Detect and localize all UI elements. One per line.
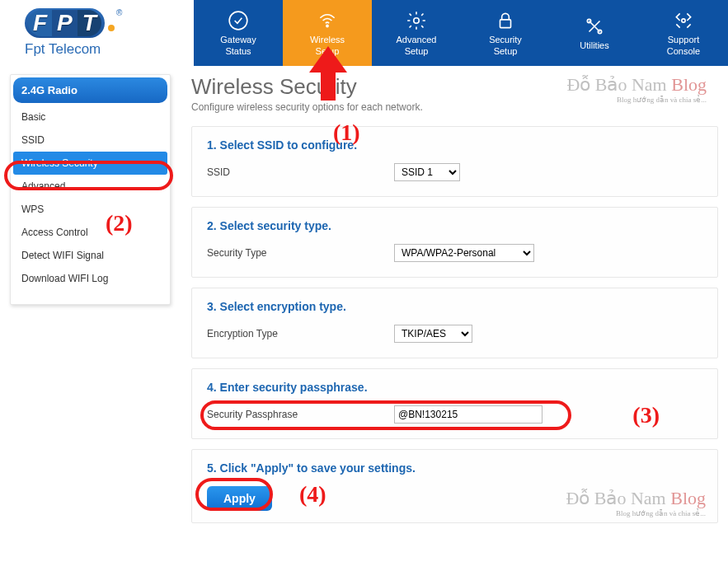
svg-point-0 [229,12,247,30]
logo-letter-t: T [77,10,101,36]
logo-letter-f: F [28,10,52,36]
sidebar: 2.4G Radio Basic SSID Wireless Security … [10,74,171,305]
sidebar-item-advanced[interactable]: Advanced [13,175,167,198]
page-subtitle: Configure wireless security options for … [191,101,718,113]
svg-rect-3 [500,20,511,28]
nav-support-console[interactable]: SupportConsole [639,0,728,66]
label-ssid: SSID [207,166,384,178]
sidebar-header: 2.4G Radio [13,77,167,103]
panel-passphrase: 4. Enter security passphrase. Security P… [191,368,718,439]
panel-security-type: 2. Select security type. Security Type W… [191,207,718,278]
sidebar-item-detect-wifi[interactable]: Detect WIFI Signal [13,244,167,267]
logo-dot-icon [108,25,115,31]
security-type-select[interactable]: WPA/WPA2-Personal [394,244,534,262]
nav-security-setup[interactable]: SecuritySetup [461,0,550,66]
annotation-num-4: (4) [299,481,326,508]
nav-advanced-setup[interactable]: AdvancedSetup [372,0,461,66]
check-circle-icon [227,9,250,32]
panel-apply: 5. Click "Apply" to save your settings. … [191,449,718,523]
panel-title-4: 4. Enter security passphrase. [207,381,702,394]
header: F P T ® Fpt Telecom GatewayStatus Wirele… [0,0,728,66]
panel-encryption: 3. Select encryption type. Encryption Ty… [191,288,718,358]
sidebar-item-download-log[interactable]: Download WIFI Log [13,267,167,290]
body: 2.4G Radio Basic SSID Wireless Security … [0,66,728,541]
top-nav: GatewayStatus WirelessSetup AdvancedSetu… [194,0,728,66]
nav-gateway-status[interactable]: GatewayStatus [194,0,283,66]
sidebar-item-wireless-security[interactable]: Wireless Security [13,152,167,175]
lock-icon [494,9,517,32]
panel-title-1: 1. Select SSID to configure. [207,138,702,152]
encryption-select[interactable]: TKIP/AES [394,325,472,343]
panel-ssid: 1. Select SSID to configure. SSID SSID 1 [191,126,718,197]
grid-icon [672,9,695,32]
content: Wireless Security Configure wireless sec… [191,74,718,533]
sidebar-item-wps[interactable]: WPS [13,198,167,221]
registered-icon: ® [116,8,122,17]
sidebar-item-ssid[interactable]: SSID [13,129,167,152]
watermark-bottom: Đỗ Bảo Nam Blog Blog hướng dẫn và chia s… [566,488,706,517]
nav-utilities[interactable]: Utilities [550,0,639,66]
sidebar-item-access-control[interactable]: Access Control [13,221,167,244]
gear-icon [405,9,428,32]
svg-point-6 [682,19,685,22]
panel-title-5: 5. Click "Apply" to save your settings. [207,461,702,475]
logo-letter-p: P [52,10,77,36]
svg-point-2 [414,18,420,24]
wifi-icon [316,9,339,32]
svg-point-1 [326,26,328,27]
panel-title-3: 3. Select encryption type. [207,300,702,313]
page-title: Wireless Security [191,74,718,100]
ssid-select[interactable]: SSID 1 [394,163,460,181]
tools-icon [583,15,606,38]
label-passphrase: Security Passphrase [207,409,384,420]
panel-title-2: 2. Select security type. [207,219,702,232]
nav-wireless-setup[interactable]: WirelessSetup [283,0,372,66]
label-encryption: Encryption Type [207,328,384,339]
brand-name: Fpt Telecom [25,41,194,58]
apply-button[interactable]: Apply [207,486,272,511]
passphrase-input[interactable] [394,405,542,424]
logo: F P T ® [25,8,194,38]
logo-area: F P T ® Fpt Telecom [0,0,194,58]
sidebar-item-basic[interactable]: Basic [13,105,167,129]
label-security-type: Security Type [207,247,384,259]
